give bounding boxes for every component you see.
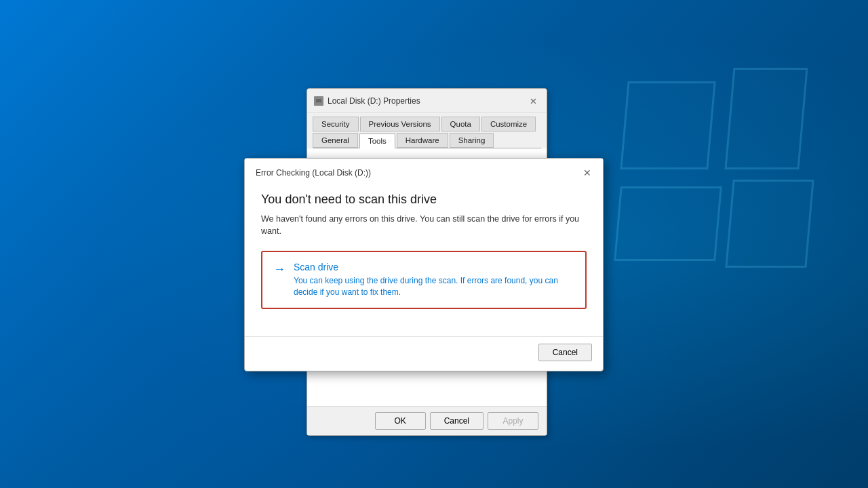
dialog-close-button[interactable]: ✕ xyxy=(580,165,595,180)
properties-bottom-bar: OK Cancel Apply xyxy=(307,406,547,435)
tab-customize[interactable]: Customize xyxy=(481,117,536,131)
dialog-titlebar: Error Checking (Local Disk (D:)) ✕ xyxy=(245,159,603,186)
properties-ok-button[interactable]: OK xyxy=(375,412,426,430)
tab-sharing[interactable]: Sharing xyxy=(450,133,494,148)
scan-drive-content: Scan drive You can keep using the drive … xyxy=(294,262,574,298)
dialog-title: Error Checking (Local Disk (D:)) xyxy=(256,168,371,178)
tab-previous-versions[interactable]: Previous Versions xyxy=(360,117,440,131)
tab-quota[interactable]: Quota xyxy=(441,117,480,131)
scan-drive-description: You can keep using the drive during the … xyxy=(294,275,574,298)
scan-drive-option[interactable]: → Scan drive You can keep using the driv… xyxy=(261,251,587,309)
scan-drive-title: Scan drive xyxy=(294,262,574,272)
properties-title: Local Disk (D:) Properties xyxy=(328,96,420,106)
titlebar-drive-icon xyxy=(314,96,323,106)
properties-cancel-button[interactable]: Cancel xyxy=(430,412,484,430)
dialog-heading: You don't need to scan this drive xyxy=(261,192,587,207)
properties-tabs-row2: General Tools Hardware Sharing xyxy=(307,131,547,148)
windows-logo-decoration xyxy=(597,54,814,271)
dialog-footer: Cancel xyxy=(245,336,603,371)
dialog-cancel-button[interactable]: Cancel xyxy=(538,344,592,361)
tab-hardware[interactable]: Hardware xyxy=(397,133,448,148)
tab-general[interactable]: General xyxy=(313,133,358,148)
scan-drive-arrow-icon: → xyxy=(273,262,285,277)
dialog-body: You don't need to scan this drive We hav… xyxy=(245,186,603,336)
properties-apply-button[interactable]: Apply xyxy=(488,412,538,430)
dialog-subtext: We haven't found any errors on this driv… xyxy=(261,214,587,237)
properties-titlebar: Local Disk (D:) Properties ✕ xyxy=(307,89,547,113)
error-checking-dialog: Error Checking (Local Disk (D:)) ✕ You d… xyxy=(244,158,604,371)
svg-rect-1 xyxy=(317,102,321,103)
tab-tools[interactable]: Tools xyxy=(359,134,395,148)
titlebar-left: Local Disk (D:) Properties xyxy=(314,96,420,106)
properties-close-button[interactable]: ✕ xyxy=(526,94,540,108)
tab-security[interactable]: Security xyxy=(313,117,359,131)
properties-tabs: Security Previous Versions Quota Customi… xyxy=(307,113,547,131)
